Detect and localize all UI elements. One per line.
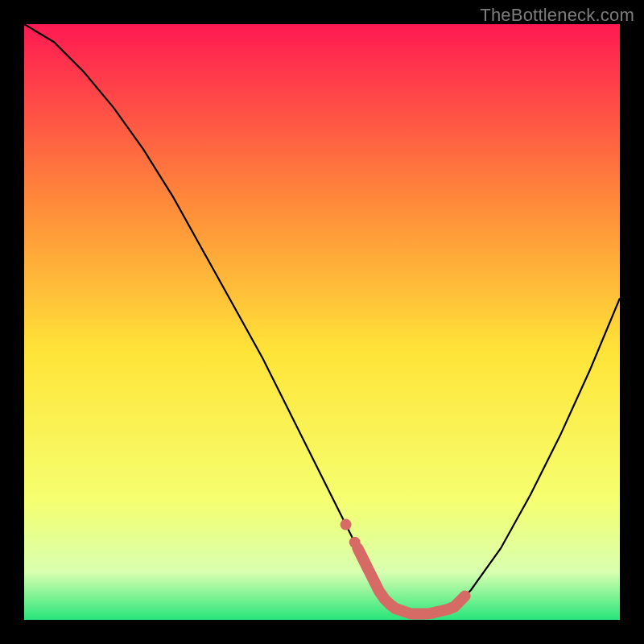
optimal-marker-1 [341,519,352,530]
gradient-background [24,24,620,620]
bottleneck-chart [24,24,620,620]
watermark-text: TheBottleneck.com [480,5,634,26]
optimal-marker-2 [349,537,361,548]
chart-frame [24,24,620,620]
